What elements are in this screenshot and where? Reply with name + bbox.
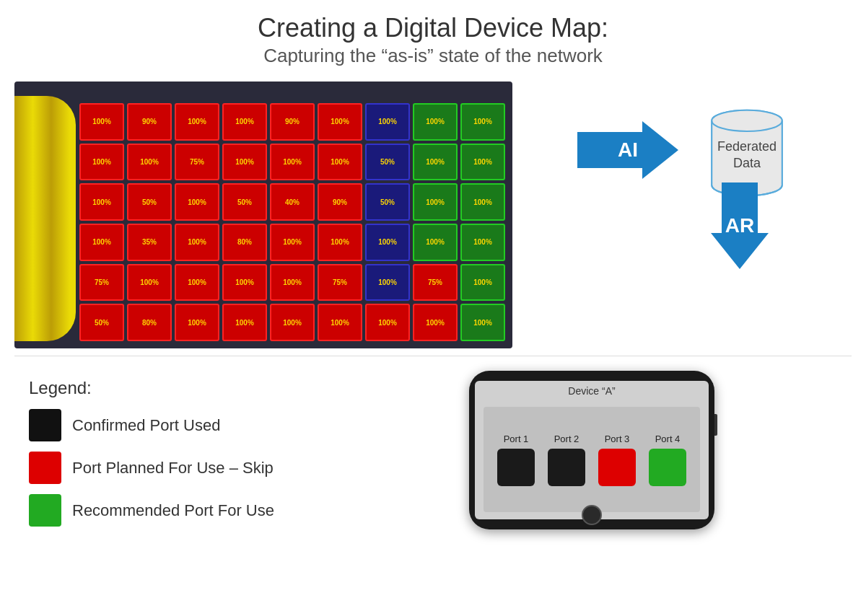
port-cell: 100% [413,224,458,261]
port-cell: 90% [127,103,172,141]
port-cell: 100% [175,183,219,221]
phone-port: Port 4 [649,434,686,486]
port-cell: 100% [413,304,458,341]
port-cell: 80% [222,224,267,261]
port-cell: 100% [318,144,362,181]
phone-port-box [598,449,636,486]
phone-mockup: Device “A” Port 1Port 2Port 3Port 4 [469,371,714,529]
phone-section: Device “A” Port 1Port 2Port 3Port 4 [303,371,852,544]
phone-port-label: Port 1 [504,434,529,444]
port-cell: 50% [127,183,172,221]
port-cell: 90% [318,183,362,221]
phone-screen: Device “A” Port 1Port 2Port 3Port 4 [475,381,709,519]
separator [14,356,852,356]
port-cell: 50% [365,144,410,181]
ar-label: AR [725,214,754,237]
port-cell: 100% [270,224,315,261]
port-cell: 100% [270,264,315,302]
legend-title: Legend: [29,378,289,398]
ai-arrow: AI [577,121,678,179]
legend-item-recommended: Recommended Port For Use [29,494,289,527]
patch-panel-image: 100%90%100%100%90%100%100%100%100%100%10… [14,82,512,348]
port-cell: 100% [175,304,219,341]
phone-port-label: Port 3 [605,434,630,444]
port-cell: 100% [79,144,124,181]
phone-port-label: Port 2 [554,434,579,444]
phone-port-box [649,449,686,486]
ar-arrow: AR [711,182,769,269]
port-cell: 100% [460,264,505,302]
main-title: Creating a Digital Device Map: [0,13,866,43]
port-cell: 100% [318,304,362,341]
phone-port-box [497,449,535,486]
port-cell: 75% [79,264,124,302]
port-cell: 100% [79,224,124,261]
port-cell: 100% [270,304,315,341]
sub-title: Capturing the “as-is” state of the netwo… [0,45,866,67]
port-cell: 100% [79,183,124,221]
port-cell: 50% [222,183,267,221]
legend-item-planned: Port Planned For Use – Skip [29,452,289,484]
port-cell: 50% [79,304,124,341]
port-cell: 100% [175,224,219,261]
swatch-green [29,494,61,527]
port-cell: 75% [175,144,219,181]
ar-arrow-row: AR [577,182,866,269]
port-cell: 100% [318,224,362,261]
port-cell: 100% [460,304,505,341]
phone-port: Port 3 [598,434,636,486]
port-cell: 35% [127,224,172,261]
legend-label-recommended: Recommended Port For Use [72,501,274,520]
port-cell: 100% [460,103,505,141]
port-cell: 100% [127,264,172,302]
legend-item-confirmed: Confirmed Port Used [29,409,289,441]
port-cell: 100% [365,304,410,341]
ai-label: AI [618,138,638,162]
phone-side-button [714,414,717,436]
port-cell: 100% [460,224,505,261]
legend-section: Legend: Confirmed Port Used Port Planned… [14,371,303,544]
phone-port: Port 1 [497,434,535,486]
port-grid: 100%90%100%100%90%100%100%100%100%100%10… [14,82,512,348]
port-cell: 100% [79,103,124,141]
port-cell: 80% [127,304,172,341]
port-cell: 100% [222,304,267,341]
right-section: AI [512,82,852,348]
port-cell: 100% [270,144,315,181]
db-label-line2: Data [733,156,761,170]
database-label: Federated Data [700,138,794,172]
port-cell: 100% [460,183,505,221]
legend-label-confirmed: Confirmed Port Used [72,416,220,435]
port-cell: 75% [413,264,458,302]
legend-label-planned: Port Planned For Use – Skip [72,459,274,478]
phone-port: Port 2 [548,434,585,486]
port-cell: 40% [270,183,315,221]
phone-port-label: Port 4 [655,434,681,444]
phone-port-box [548,449,585,486]
port-cell: 100% [365,103,410,141]
port-cell: 50% [365,183,410,221]
port-cell: 100% [222,103,267,141]
port-cell: 100% [460,144,505,181]
svg-point-5 [712,110,782,131]
port-cell: 90% [270,103,315,141]
port-cell: 100% [365,224,410,261]
swatch-black [29,409,61,441]
port-cell: 100% [413,144,458,181]
port-cell: 100% [175,103,219,141]
port-cell: 100% [175,264,219,302]
swatch-red [29,452,61,484]
port-cell: 100% [127,144,172,181]
port-cell: 100% [413,183,458,221]
port-cell: 100% [222,144,267,181]
db-label-line1: Federated [717,138,777,153]
cable-yellow [14,96,76,341]
port-cell: 75% [318,264,362,302]
phone-ports-container: Port 1Port 2Port 3Port 4 [484,407,700,512]
device-label: Device “A” [475,385,709,397]
phone-home-button [582,505,602,525]
port-cell: 100% [365,264,410,302]
port-cell: 100% [318,103,362,141]
port-cell: 100% [222,264,267,302]
port-cell: 100% [413,103,458,141]
